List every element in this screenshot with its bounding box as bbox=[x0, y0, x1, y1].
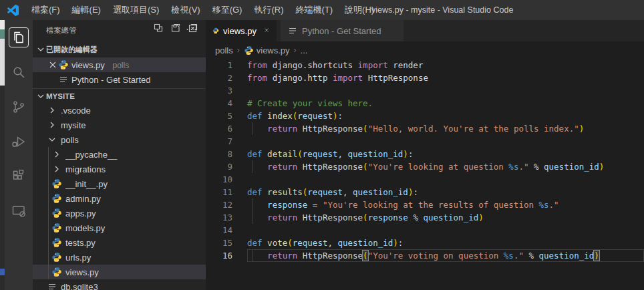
chevron-right-icon bbox=[51, 164, 62, 174]
code-line[interactable]: 2from django.http import HttpResponse bbox=[206, 71, 644, 84]
tree-item-models-py[interactable]: models.py bbox=[33, 221, 206, 235]
indent-guide bbox=[48, 147, 49, 279]
tree-item-tests-py[interactable]: tests.py bbox=[33, 235, 206, 250]
workspace-root-header[interactable]: MYSITE bbox=[33, 88, 206, 103]
code-line[interactable]: 13 return HttpResponse(response % questi… bbox=[206, 211, 644, 224]
editor-group: views.pyPython - Get Started polls›views… bbox=[206, 20, 644, 290]
menu-item[interactable]: 選取項目(S) bbox=[107, 0, 165, 20]
tree-item-urls-py[interactable]: urls.py bbox=[33, 250, 206, 265]
open-editor-label: Python - Get Started bbox=[71, 75, 151, 85]
close-all-editors-icon[interactable] bbox=[188, 23, 199, 34]
python-file-icon bbox=[244, 45, 254, 55]
line-number: 15 bbox=[206, 237, 247, 249]
close-icon[interactable] bbox=[47, 59, 58, 70]
code-editor[interactable]: 1from django.shortcuts import render2fro… bbox=[206, 59, 644, 262]
extensions-icon[interactable] bbox=[5, 159, 33, 194]
code-line[interactable]: 4# Create your views here. bbox=[206, 97, 644, 110]
python-file-icon bbox=[51, 193, 62, 204]
open-editors-header[interactable]: 已開啟的編輯器 bbox=[33, 41, 206, 57]
tree-item-label: .vscode bbox=[61, 106, 91, 116]
breadcrumb-item[interactable]: ... bbox=[301, 45, 308, 55]
tree-item-mysite[interactable]: mysite bbox=[33, 118, 206, 132]
menu-item[interactable]: 檔案(F) bbox=[25, 0, 66, 20]
code-line[interactable]: 7 bbox=[206, 135, 644, 148]
code-line[interactable]: 9 return HttpResponse("You're looking at… bbox=[206, 160, 644, 173]
tree-item--pycache-[interactable]: __pycache__ bbox=[33, 147, 206, 162]
menu-item[interactable]: 編輯(E) bbox=[66, 0, 107, 20]
tree-item-views-py[interactable]: views.py bbox=[33, 265, 206, 279]
toggle-editor-layout-icon[interactable] bbox=[153, 23, 164, 34]
tree-item-label: __pycache__ bbox=[65, 150, 117, 160]
code-line[interactable]: 14 bbox=[206, 224, 644, 237]
tree-item-admin-py[interactable]: admin.py bbox=[33, 191, 206, 206]
open-editors-label: 已開啟的編輯器 bbox=[46, 45, 98, 55]
chevron-right-icon bbox=[47, 105, 57, 116]
save-all-icon[interactable] bbox=[170, 23, 182, 34]
line-number: 2 bbox=[206, 71, 247, 84]
tree-item-label: migrations bbox=[65, 164, 106, 174]
tree-item-apps-py[interactable]: apps.py bbox=[33, 206, 206, 221]
code-text: def index(request): bbox=[247, 110, 343, 122]
sidebar-title: 檔案總管 bbox=[46, 25, 77, 35]
close-icon[interactable] bbox=[263, 25, 270, 36]
open-editor-item[interactable]: views.py polls bbox=[33, 57, 206, 72]
open-editors-actions bbox=[153, 23, 199, 34]
source-control-icon[interactable] bbox=[5, 90, 33, 124]
code-text: response = "You're looking at the result… bbox=[247, 198, 559, 211]
code-line[interactable]: 8def detail(request, question_id): bbox=[206, 148, 644, 160]
line-number: 16 bbox=[206, 249, 247, 262]
python-file-icon bbox=[212, 25, 219, 36]
line-number: 9 bbox=[206, 160, 247, 173]
tree-item-migrations[interactable]: migrations bbox=[33, 162, 206, 176]
python-file-icon bbox=[51, 237, 62, 248]
window-title: views.py - mysite - Visual Studio Code bbox=[371, 0, 513, 20]
code-line[interactable]: 3 bbox=[206, 84, 644, 97]
menu-item[interactable]: 移至(G) bbox=[206, 0, 249, 20]
python-file-icon bbox=[51, 267, 62, 277]
open-editor-description: polls bbox=[112, 61, 129, 70]
code-line[interactable]: 16 return HttpResponse("You're voting on… bbox=[206, 249, 644, 262]
chevron-right-icon bbox=[47, 120, 57, 130]
file-icon bbox=[287, 25, 298, 36]
run-debug-icon[interactable] bbox=[5, 124, 33, 159]
code-line[interactable]: 10 bbox=[206, 173, 644, 186]
tree-item-label: tests.py bbox=[65, 238, 96, 248]
explorer-icon[interactable] bbox=[5, 20, 33, 55]
code-line[interactable]: 1from django.shortcuts import render bbox=[206, 59, 644, 71]
tree-item--vscode[interactable]: .vscode bbox=[33, 103, 206, 118]
breadcrumb-item[interactable]: views.py bbox=[244, 45, 290, 55]
line-number: 5 bbox=[206, 110, 247, 122]
code-line[interactable]: 6 return HttpResponse("Hello, world. You… bbox=[206, 122, 644, 135]
breadcrumb-item[interactable]: polls bbox=[215, 45, 233, 55]
open-editor-item[interactable]: Python - Get Started bbox=[33, 72, 206, 87]
tree-item-polls[interactable]: polls bbox=[33, 132, 206, 147]
code-line[interactable]: 11def results(request, question_id): bbox=[206, 186, 644, 198]
code-text: return HttpResponse("You're looking at q… bbox=[247, 160, 604, 173]
tab-python-get-started[interactable]: Python - Get Started bbox=[281, 20, 404, 41]
explorer-sidebar: 檔案總管 ··· 已開啟的編輯器 views.py pollsPython - … bbox=[33, 20, 206, 290]
code-line[interactable]: 12 response = "You're looking at the res… bbox=[206, 198, 644, 211]
code-text: from django.shortcuts import render bbox=[247, 59, 423, 71]
tree-item--init-py[interactable]: __init__.py bbox=[33, 176, 206, 191]
remote-explorer-icon[interactable] bbox=[5, 194, 33, 229]
python-file-icon bbox=[58, 59, 69, 70]
menu-item[interactable]: 終端機(T) bbox=[289, 0, 339, 20]
line-number: 13 bbox=[206, 211, 247, 224]
code-text: # Create your views here. bbox=[247, 97, 373, 110]
menu-item[interactable]: 執行(R) bbox=[248, 0, 289, 20]
title-bar: 檔案(F)編輯(E)選取項目(S)檢視(V)移至(G)執行(R)終端機(T)說明… bbox=[0, 0, 644, 20]
tree-item-db-sqlite3[interactable]: db.sqlite3 bbox=[33, 279, 206, 290]
python-file-icon bbox=[51, 208, 62, 219]
breadcrumb: polls›views.py›... bbox=[206, 41, 644, 59]
open-editor-label: views.py polls bbox=[71, 60, 129, 70]
search-icon[interactable] bbox=[5, 55, 33, 90]
tab-views-py[interactable]: views.py bbox=[206, 20, 277, 41]
line-number: 3 bbox=[206, 84, 247, 97]
code-text: def results(request, question_id): bbox=[247, 186, 418, 198]
tree-item-label: polls bbox=[61, 135, 79, 145]
code-line[interactable]: 15def vote(request, question_id): bbox=[206, 237, 644, 249]
code-text: def vote(request, question_id): bbox=[247, 237, 403, 249]
menu-item[interactable]: 檢視(V) bbox=[165, 0, 206, 20]
line-number: 6 bbox=[206, 122, 247, 135]
code-line[interactable]: 5def index(request): bbox=[206, 110, 644, 122]
